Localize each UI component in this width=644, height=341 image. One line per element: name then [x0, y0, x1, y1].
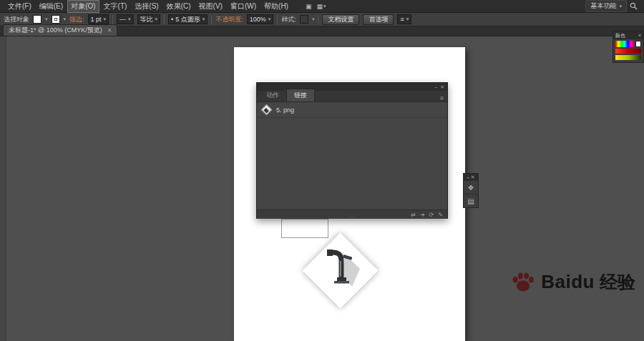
opacity-combo[interactable]: 100% ▾ — [247, 14, 274, 24]
align-options-dropdown[interactable]: ≡ ▾ — [397, 14, 411, 24]
color-panel: 颜色 « — [613, 31, 644, 63]
chevron-down-icon: ▾ — [203, 16, 205, 22]
menu-effect[interactable]: 效果(C) — [163, 0, 195, 13]
edit-original-icon[interactable]: ✎ — [438, 212, 443, 218]
bridge-icon[interactable]: ▣ — [303, 3, 314, 10]
arrange-documents-glyph: ▦ — [316, 3, 323, 10]
profile-name-value: 等比 — [140, 15, 153, 24]
chevron-down-icon[interactable]: ▾ — [64, 16, 67, 22]
chevron-down-icon: ▾ — [406, 16, 409, 22]
yellow-gradient-bar[interactable] — [615, 55, 641, 60]
search-icon[interactable] — [628, 2, 640, 10]
links-panel[interactable]: – ✕ 动作 链接 ≡ 5. png ⇄ ➔ ⟳ ✎ ⋯ — [256, 82, 448, 219]
document-tab-bar: 未标题-1* @ 100% (CMYK/预览) ✕ — [0, 26, 644, 36]
chevron-down-icon[interactable]: ▾ — [45, 16, 48, 22]
panel-tab-bar: 动作 链接 ≡ — [257, 91, 447, 102]
menu-edit[interactable]: 编辑(E) — [36, 0, 67, 13]
stroke-weight-label[interactable]: 描边: — [69, 15, 84, 24]
color-panel-title: 颜色 — [615, 32, 625, 39]
chevron-down-icon: ▾ — [619, 4, 622, 9]
chevron-down-icon: ▾ — [155, 16, 158, 22]
fill-color-swatch[interactable] — [33, 15, 42, 24]
list-item[interactable]: 5. png — [257, 102, 447, 118]
baidu-paw-icon — [510, 269, 536, 295]
menu-bar: 文件(F) 编辑(E) 对象(O) 文字(T) 选择(S) 效果(C) 视图(V… — [0, 0, 644, 13]
baidu-watermark: Baidu 经验 jingyan.baidu.com — [510, 269, 635, 309]
link-filename: 5. png — [276, 107, 294, 114]
panel-menu-icon[interactable]: ≡ — [436, 94, 447, 102]
selection-indicator-label: 选择对象 — [4, 15, 29, 24]
opacity-value: 100% — [250, 16, 266, 23]
menu-window[interactable]: 窗口(W) — [227, 0, 260, 13]
menu-object[interactable]: 对象(O) — [67, 0, 99, 13]
document-setup-button[interactable]: 文档设置 — [322, 14, 359, 25]
collapsed-tools-strip — [0, 36, 6, 341]
style-swatch[interactable] — [300, 15, 308, 24]
dock-layers-icon[interactable]: ❖ — [464, 180, 478, 194]
minimize-icon[interactable]: – — [434, 84, 437, 89]
width-profile-dropdown[interactable]: — ▾ — [117, 14, 134, 24]
menu-help[interactable]: 帮助(H) — [260, 0, 292, 13]
align-icon: ≡ — [400, 16, 404, 23]
chevron-down-icon: ▾ — [268, 16, 271, 22]
stroke-weight-value: 1 pt — [91, 16, 102, 23]
brush-dot-icon: • — [171, 16, 173, 23]
baidu-suffix-text: 经验 — [600, 270, 635, 294]
menu-type[interactable]: 文字(T) — [100, 0, 131, 13]
tab-links[interactable]: 链接 — [286, 89, 315, 102]
white-swatch[interactable] — [635, 41, 641, 47]
color-spectrum-ramp[interactable] — [615, 41, 634, 47]
menu-file[interactable]: 文件(F) — [4, 0, 35, 13]
expand-panels-icon[interactable]: « — [467, 175, 469, 179]
profile-name-dropdown[interactable]: 等比 ▾ — [137, 14, 161, 24]
workspace-switcher[interactable]: 基本功能 ▾ — [585, 0, 627, 12]
update-link-icon[interactable]: ⟳ — [429, 212, 434, 218]
stroke-weight-combo[interactable]: 1 pt ▾ — [88, 14, 109, 24]
collapse-icon[interactable]: « — [638, 33, 641, 38]
profile-line-icon: — — [119, 16, 126, 23]
search-icon-glyph — [630, 2, 638, 10]
chevron-down-icon[interactable]: ▾ — [312, 16, 315, 22]
dock-clipboard-icon[interactable]: ▤ — [464, 194, 478, 207]
dock-header: « ✕ — [464, 174, 478, 180]
link-thumbnail-icon — [261, 104, 273, 116]
red-gradient-bar[interactable] — [615, 49, 641, 54]
brush-definition-dropdown[interactable]: • 5 点圆形 ▾ — [168, 14, 208, 24]
chevron-down-icon: ▾ — [104, 16, 107, 22]
brush-definition-value: 5 点圆形 — [175, 15, 200, 24]
menu-select[interactable]: 选择(S) — [131, 0, 162, 13]
workspace-label: 基本功能 — [590, 1, 616, 11]
baidu-brand-text: Baidu — [541, 271, 595, 293]
collapsed-panel-dock: « ✕ ❖ ▤ — [463, 173, 479, 208]
links-list: 5. png — [257, 102, 447, 209]
opacity-label[interactable]: 不透明度: — [215, 15, 243, 24]
tab-actions[interactable]: 动作 — [259, 89, 286, 102]
chevron-down-icon: ▾ — [323, 4, 326, 9]
chevron-down-icon: ▾ — [128, 16, 131, 22]
document-title: 未标题-1* @ 100% (CMYK/预览) — [9, 26, 102, 35]
close-icon[interactable]: ✕ — [440, 84, 444, 90]
path-outline — [281, 219, 328, 238]
style-label: 样式: — [281, 15, 296, 24]
menu-view[interactable]: 视图(V) — [195, 0, 226, 13]
baidu-url-text: jingyan.baidu.com — [543, 297, 635, 309]
stroke-color-swatch[interactable] — [52, 15, 60, 24]
faucet-illustration — [315, 245, 366, 296]
close-icon[interactable]: ✕ — [107, 27, 112, 34]
arrange-documents-icon[interactable]: ▦ ▾ — [314, 3, 328, 10]
close-icon[interactable]: ✕ — [471, 174, 475, 180]
go-to-link-icon[interactable]: ➔ — [420, 212, 425, 218]
preferences-button[interactable]: 首选项 — [363, 14, 394, 25]
document-tab[interactable]: 未标题-1* @ 100% (CMYK/预览) ✕ — [3, 24, 117, 36]
color-panel-header[interactable]: 颜色 « — [613, 31, 643, 39]
relink-icon[interactable]: ⇄ — [411, 212, 416, 218]
panel-resize-grip[interactable]: ⋯ — [350, 214, 355, 218]
